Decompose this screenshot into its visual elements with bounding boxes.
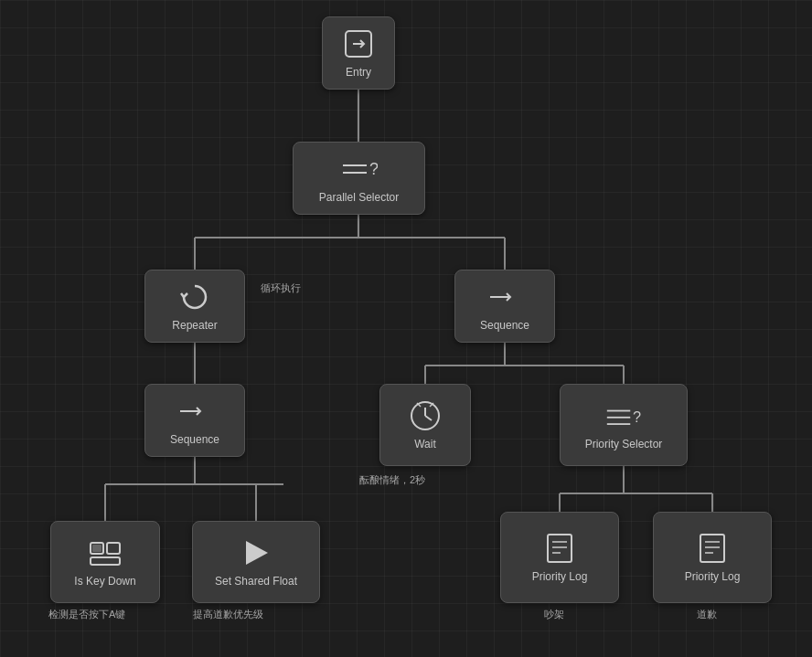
- wait-node[interactable]: Wait: [379, 384, 471, 466]
- sequence-right-node[interactable]: Sequence: [454, 270, 555, 343]
- sequence-left-node[interactable]: Sequence: [144, 384, 245, 457]
- sequence-right-icon: [486, 279, 523, 315]
- svg-rect-36: [91, 557, 120, 565]
- sequence-left-icon: [176, 393, 213, 429]
- set-shared-float-label: Set Shared Float: [215, 575, 297, 589]
- svg-marker-39: [246, 541, 268, 565]
- priority-selector-node[interactable]: ? Priority Selector: [560, 384, 688, 466]
- wait-label: Wait: [414, 438, 436, 452]
- priority-log-2-annotation: 道歉: [697, 608, 717, 621]
- priority-log-1-icon: [541, 530, 578, 567]
- canvas: Entry ? Parallel Selector Repeater 循环执行: [0, 0, 812, 657]
- wait-annotation: 酝酿情绪，2秒: [359, 473, 425, 487]
- priority-selector-icon: ?: [605, 397, 642, 434]
- set-shared-float-icon: [238, 535, 274, 571]
- repeater-label: Repeater: [172, 319, 217, 334]
- sequence-right-label: Sequence: [480, 319, 529, 334]
- entry-icon: [340, 26, 377, 62]
- svg-text:?: ?: [633, 408, 641, 425]
- svg-line-27: [425, 416, 432, 420]
- wait-icon: [407, 397, 443, 434]
- parallel-selector-icon: ?: [341, 151, 378, 187]
- priority-log-1-annotation: 吵架: [544, 608, 564, 621]
- set-shared-float-node[interactable]: Set Shared Float: [192, 521, 320, 603]
- priority-log-1-label: Priority Log: [532, 570, 588, 585]
- parallel-selector-node[interactable]: ? Parallel Selector: [293, 142, 425, 215]
- svg-rect-38: [92, 545, 102, 552]
- svg-text:?: ?: [369, 160, 378, 178]
- priority-log-2-icon: [694, 530, 731, 567]
- priority-log-2-node[interactable]: Priority Log: [653, 512, 772, 603]
- repeater-icon: [176, 279, 213, 315]
- parallel-selector-label: Parallel Selector: [319, 191, 399, 206]
- repeater-annotation: 循环执行: [261, 281, 301, 295]
- entry-label: Entry: [346, 66, 371, 80]
- svg-rect-35: [107, 543, 120, 554]
- priority-log-2-label: Priority Log: [685, 570, 741, 585]
- entry-node[interactable]: Entry: [322, 16, 395, 90]
- is-key-down-label: Is Key Down: [74, 575, 135, 589]
- svg-rect-44: [700, 535, 724, 562]
- svg-rect-40: [548, 535, 572, 562]
- key-down-icon: [87, 535, 123, 571]
- is-key-down-annotation: 检测是否按下A键: [48, 608, 125, 621]
- is-key-down-node[interactable]: Is Key Down: [50, 521, 160, 603]
- set-shared-float-annotation: 提高道歉优先级: [193, 608, 263, 621]
- sequence-left-label: Sequence: [170, 433, 219, 448]
- repeater-node[interactable]: Repeater: [144, 270, 245, 343]
- priority-log-1-node[interactable]: Priority Log: [500, 512, 619, 603]
- priority-selector-label: Priority Selector: [585, 438, 663, 452]
